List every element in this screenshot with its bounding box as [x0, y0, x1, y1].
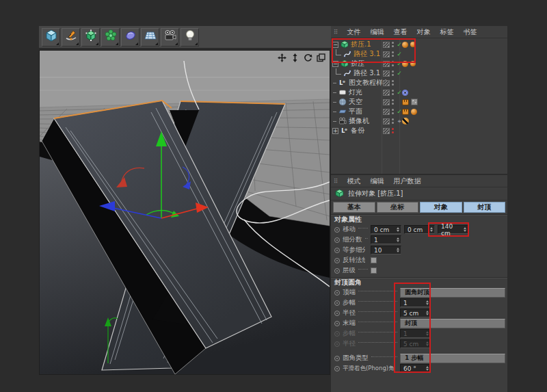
draw-spline-button[interactable] [62, 28, 80, 47]
light-tool-button[interactable] [181, 28, 199, 47]
layer-hatch-icon[interactable] [383, 128, 390, 134]
floor-environment-button[interactable] [141, 28, 159, 47]
3d-viewport[interactable] [39, 50, 330, 375]
enabled-check-icon[interactable]: ✓ [395, 70, 403, 77]
stepper-icon[interactable] [426, 311, 429, 315]
layer-hatch-icon[interactable] [383, 90, 390, 96]
material-tag-icon[interactable] [402, 61, 408, 67]
texture-tag-icon[interactable] [402, 99, 409, 105]
collapse-icon[interactable]: − [332, 42, 338, 48]
object-label[interactable]: 平面 [349, 107, 362, 116]
move-z-field[interactable]: 140 cm [438, 225, 468, 234]
keyframe-dot-icon[interactable] [334, 366, 340, 371]
layer-hatch-icon[interactable] [383, 61, 390, 67]
visibility-dots[interactable] [390, 99, 395, 105]
keyframe-dot-icon[interactable] [334, 268, 340, 274]
keyframe-dot-icon[interactable] [334, 258, 340, 263]
tree-row-light[interactable]: 灯光 ✓ [331, 88, 507, 97]
layer-hatch-icon[interactable] [383, 70, 390, 77]
noise-texture-tag-icon[interactable] [411, 99, 418, 105]
om-menu-tags[interactable]: 标签 [440, 27, 454, 37]
visibility-dots[interactable] [390, 118, 395, 124]
am-menu-mode[interactable]: 模式 [347, 177, 361, 186]
object-label[interactable]: 灯光 [349, 88, 362, 97]
iso-subdivision-field[interactable]: 10 [371, 246, 401, 254]
enabled-check-icon[interactable]: ✓ [395, 51, 403, 57]
rotate-view-icon[interactable] [304, 52, 312, 61]
keyframe-dot-icon[interactable] [334, 227, 340, 233]
texture-tag-icon[interactable] [402, 109, 409, 115]
toggle-view-icon[interactable] [317, 52, 325, 61]
cap-end-dropdown[interactable]: 封顶 [400, 319, 505, 328]
tab-coordinates[interactable]: 坐标 [377, 202, 419, 213]
protection-tag-icon[interactable] [402, 118, 409, 125]
tree-row-camera[interactable]: 摄像机 ⌖ [331, 116, 507, 126]
radius-start-field[interactable]: 5 cm [400, 309, 431, 317]
om-menu-bookmarks[interactable]: 书签 [464, 27, 477, 37]
visibility-dots[interactable] [390, 109, 395, 114]
pan-view-icon[interactable] [278, 52, 286, 61]
keyframe-dot-icon[interactable] [334, 300, 340, 306]
array-modeling-button[interactable] [101, 28, 120, 47]
move-y-field[interactable]: 0 cm [404, 225, 435, 234]
tree-row-sky[interactable]: 天空 [331, 97, 507, 107]
deformer-button[interactable] [121, 28, 139, 47]
visibility-dots-off[interactable] [390, 128, 395, 133]
object-label[interactable]: 天空 [349, 97, 362, 107]
tree-row-tutorial-spline[interactable]: L⁰ 图文教程样条 [331, 78, 507, 88]
tab-caps[interactable]: 封顶 [464, 202, 506, 213]
expand-icon[interactable]: + [332, 128, 338, 134]
om-menu-file[interactable]: 文件 [347, 27, 361, 37]
om-menu-view[interactable]: 查看 [394, 27, 408, 37]
material-tag-icon[interactable] [402, 42, 408, 48]
layer-hatch-icon[interactable] [383, 80, 390, 86]
material-tag-icon[interactable] [410, 61, 416, 66]
add-cube-button[interactable] [42, 28, 60, 47]
am-menu-edit[interactable]: 编辑 [371, 177, 384, 186]
stepper-icon[interactable] [426, 300, 429, 305]
panel-drag-handle-icon[interactable]: ⠿ [334, 178, 338, 185]
keyframe-dot-icon[interactable] [334, 356, 340, 361]
visibility-dots[interactable] [390, 51, 395, 57]
tree-row-backup[interactable]: + L⁰ 备份 [331, 126, 507, 135]
collapse-icon[interactable]: − [332, 61, 338, 67]
tab-object[interactable]: 对象 [420, 202, 462, 213]
visibility-dots[interactable] [390, 61, 395, 66]
layer-hatch-icon[interactable] [383, 99, 390, 105]
tree-row-path-3-1b[interactable]: 路径 3.1 ✓ [331, 68, 507, 78]
stepper-icon[interactable] [397, 237, 399, 242]
om-menu-objects[interactable]: 对象 [417, 27, 431, 37]
layer-hatch-icon[interactable] [383, 118, 390, 125]
stepper-icon[interactable] [397, 248, 399, 252]
camera-tool-button[interactable] [161, 28, 179, 47]
object-label[interactable]: 路径 3.1 [353, 68, 380, 78]
fillet-type-dropdown[interactable]: 1 步幅 [400, 354, 505, 363]
hierarchy-checkbox[interactable] [371, 267, 377, 274]
keyframe-dot-icon[interactable] [334, 321, 340, 326]
tree-row-path-3-1[interactable]: 路径 3.1 ✓ [331, 49, 507, 59]
object-label[interactable]: 挤压.1 [351, 40, 371, 49]
visibility-dots[interactable] [390, 42, 395, 47]
tree-row-extrude[interactable]: − 挤压 ✓ [331, 59, 507, 68]
object-label[interactable]: 挤压 [351, 59, 364, 68]
move-x-field[interactable]: 0 cm [371, 225, 401, 234]
layer-hatch-icon[interactable] [383, 42, 390, 48]
stepper-icon[interactable] [426, 366, 429, 371]
visibility-dots[interactable] [390, 70, 395, 76]
steps-start-field[interactable]: 1 [400, 298, 431, 307]
cap-start-dropdown[interactable]: 圆角封顶 [400, 288, 505, 298]
stepper-icon[interactable] [430, 227, 433, 232]
target-tag-icon[interactable] [402, 90, 408, 96]
keyframe-dot-icon[interactable] [334, 311, 340, 316]
tree-row-extrude-1[interactable]: − 挤压.1 ✓ [331, 40, 507, 49]
tree-row-plane[interactable]: 平面 ✓ [331, 107, 507, 116]
layer-hatch-icon[interactable] [383, 51, 390, 57]
dolly-zoom-icon[interactable] [291, 52, 299, 61]
panel-drag-handle-icon[interactable]: ⠿ [334, 29, 338, 36]
material-tag-icon[interactable] [410, 42, 416, 47]
am-menu-userdata[interactable]: 用户数据 [394, 177, 421, 186]
object-label[interactable]: 路径 3.1 [353, 49, 380, 59]
visibility-dots[interactable] [390, 90, 395, 95]
tab-basic[interactable]: 基本 [333, 202, 375, 213]
material-tag-icon[interactable] [411, 109, 417, 115]
